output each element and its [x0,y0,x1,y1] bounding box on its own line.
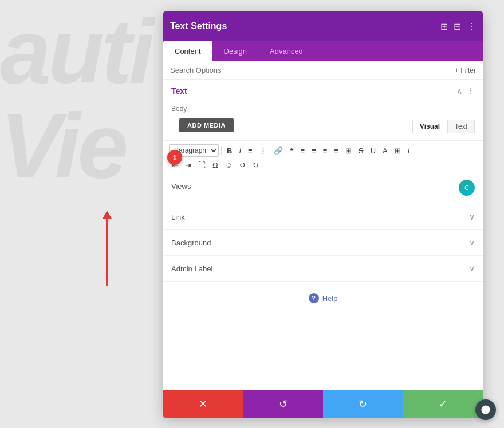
italic-button[interactable]: I [236,145,244,157]
body-label: Body [163,102,483,116]
clear-format-button[interactable]: I [405,145,413,157]
redo-bottom-button[interactable]: ↻ [323,390,403,418]
background-section-header[interactable]: Background ∨ [163,230,483,255]
text-section-header[interactable]: Text ∧ ⋮ [163,80,483,102]
special-char-button[interactable]: Ω [210,159,221,171]
background-chevron-icon[interactable]: ∨ [469,238,475,247]
tab-content[interactable]: Content [163,41,212,61]
background-decoration: auti Vie [0,0,160,428]
undo-bottom-button[interactable]: ↺ [243,390,324,418]
toolbar-sep-1 [221,146,222,155]
collapse-icon[interactable]: ∧ [456,86,462,96]
editor-avatar: C [459,180,475,196]
search-bar: + Filter [163,61,483,80]
add-media-button[interactable]: ADD MEDIA [179,118,234,132]
redo-button[interactable]: ↻ [250,159,262,171]
bottom-bar: ✕ ↺ ↻ ✓ [163,390,483,418]
panel-title: Text Settings [170,21,227,31]
link-section: Link ∨ [163,204,483,230]
panel-header: Text Settings ⊞ ⊟ ⋮ [163,11,483,41]
underline-button[interactable]: U [368,145,379,157]
options-icon[interactable]: ⋮ [467,86,475,96]
link-chevron-icon[interactable]: ∨ [469,212,475,221]
help-section: ? Help [163,282,483,315]
text-button[interactable]: Text [447,120,475,133]
indent-button[interactable]: ⇥ [182,159,194,171]
link-button[interactable]: 🔗 [271,145,286,157]
section-header-icons: ∧ ⋮ [456,86,475,96]
panel-body: Text ∧ ⋮ Body ADD MEDIA Visual Text [163,80,483,390]
justify-button[interactable]: ≡ [331,145,341,157]
link-section-header[interactable]: Link ∨ [163,204,483,229]
tab-design[interactable]: Design [212,41,258,61]
more-formats-button[interactable]: ⊞ [392,145,404,157]
text-settings-panel: Text Settings ⊞ ⊟ ⋮ Content Design Advan… [163,11,483,418]
tab-advanced[interactable]: Advanced [258,41,314,61]
align-right-button[interactable]: ≡ [320,145,330,157]
link-section-title: Link [171,213,185,221]
color-button[interactable]: A [380,145,391,157]
table-button[interactable]: ⊞ [342,145,355,157]
visual-text-toggle: Visual Text [412,120,475,133]
background-section: Background ∨ [163,230,483,256]
accessibility-icon [481,405,491,415]
emoji-button[interactable]: ☺ [222,159,235,171]
unordered-list-button[interactable]: ≡ [245,145,255,157]
expand-icon[interactable]: ⊞ [440,21,448,32]
editor-content[interactable]: Views C [163,175,483,204]
undo-button[interactable]: ↺ [237,159,249,171]
search-input[interactable] [170,66,455,74]
admin-label-section-header[interactable]: Admin Label ∨ [163,256,483,281]
bg-text-line1: auti [0,6,151,97]
editor-text: Views [171,182,191,191]
fullscreen-button[interactable]: ⛶ [195,159,208,171]
floating-action-icon[interactable] [475,399,496,420]
save-button[interactable]: ✓ [403,390,483,418]
admin-label-chevron-icon[interactable]: ∨ [469,264,475,273]
help-link[interactable]: ? Help [309,293,338,303]
more-icon[interactable]: ⋮ [467,21,476,32]
visual-button[interactable]: Visual [412,120,447,133]
text-section-title: Text [171,86,187,96]
bold-button[interactable]: B [224,145,235,157]
toolbar-row-1: Paragraph Heading 1 Heading 2 B I ≡ ⋮ 🔗 … [169,143,477,158]
editor-toolbar: Paragraph Heading 1 Heading 2 B I ≡ ⋮ 🔗 … [163,140,483,175]
align-center-button[interactable]: ≡ [309,145,319,157]
header-icons: ⊞ ⊟ ⋮ [440,21,476,32]
blockquote-button[interactable]: ❝ [287,145,297,157]
admin-label-section: Admin Label ∨ [163,256,483,282]
filter-button[interactable]: + Filter [455,66,476,74]
toolbar-row-2: ⇤ ⇥ ⛶ Ω ☺ ↺ ↻ [169,158,477,172]
align-left-button[interactable]: ≡ [298,145,308,157]
cancel-button[interactable]: ✕ [163,390,243,418]
strikethrough-button[interactable]: S [356,145,367,157]
text-section: Text ∧ ⋮ Body ADD MEDIA Visual Text [163,80,483,204]
help-label: Help [322,294,338,303]
help-icon: ? [309,293,319,303]
red-arrow [106,217,108,286]
bg-text-line2: Vie [0,100,125,192]
background-section-title: Background [171,239,211,247]
ordered-list-button[interactable]: ⋮ [257,145,270,157]
tabs-bar: Content Design Advanced [163,41,483,61]
admin-label-title: Admin Label [171,264,212,273]
columns-icon[interactable]: ⊟ [454,21,461,32]
step-badge: 1 [167,150,182,165]
